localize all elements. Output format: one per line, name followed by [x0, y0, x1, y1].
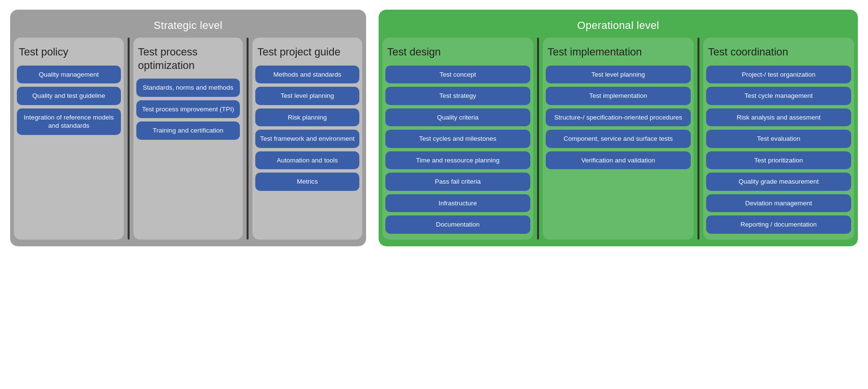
item-card: Quality grade measurement — [706, 173, 851, 191]
operational-header: Operational level — [382, 14, 854, 38]
item-card: Test level planning — [255, 87, 359, 105]
col-title-test-implementation: Test implementation — [546, 42, 691, 66]
level-gap — [370, 10, 375, 246]
strategic-header: Strategic level — [14, 14, 362, 38]
col-title-test-process-optimization: Test process optimization — [136, 42, 240, 79]
items-list-test-process-optimization: Standards, norms and methodsTest process… — [136, 79, 240, 234]
col-test-design: Test designTest conceptTest strategyQual… — [382, 38, 533, 240]
col-title-test-project-guide: Test project guide — [255, 42, 359, 66]
items-list-test-policy: Quality managementQuality and test guide… — [17, 66, 121, 234]
item-card: Quality management — [17, 66, 121, 84]
item-card: Documentation — [385, 215, 530, 234]
item-card: Training and certification — [136, 121, 240, 140]
col-title-test-coordination: Test coordination — [706, 42, 851, 66]
main-wrapper: Strategic level Test policyQuality manag… — [10, 10, 858, 246]
strategic-columns: Test policyQuality managementQuality and… — [14, 38, 362, 240]
strategic-block: Strategic level Test policyQuality manag… — [10, 10, 366, 246]
col-test-policy: Test policyQuality managementQuality and… — [14, 38, 124, 240]
item-card: Verification and validation — [546, 151, 691, 170]
col-title-test-design: Test design — [385, 42, 530, 66]
items-list-test-implementation: Test level planningTest implementationSt… — [546, 66, 691, 234]
item-card: Reporting / documentation — [706, 215, 851, 234]
items-list-test-design: Test conceptTest strategyQuality criteri… — [385, 66, 530, 234]
col-divider — [697, 38, 699, 240]
item-card: Project-/ test organization — [706, 66, 851, 84]
levels-row: Strategic level Test policyQuality manag… — [10, 10, 858, 246]
item-card: Risk analysis and assesment — [706, 108, 851, 127]
item-card: Test cycle management — [706, 87, 851, 105]
item-card: Component, service and surface tests — [546, 130, 691, 148]
item-card: Infrastructure — [385, 194, 530, 213]
item-card: Integration of reference models and stan… — [17, 108, 121, 135]
item-card: Risk planning — [255, 108, 359, 127]
item-card: Test cycles and milestones — [385, 130, 530, 148]
item-card: Test level planning — [546, 66, 691, 84]
item-card: Deviation management — [706, 194, 851, 213]
col-divider — [537, 38, 539, 240]
item-card: Metrics — [255, 173, 359, 191]
col-divider — [128, 38, 130, 240]
item-card: Test concept — [385, 66, 530, 84]
col-title-test-policy: Test policy — [17, 42, 121, 66]
item-card: Test process improvement (TPI) — [136, 100, 240, 119]
item-card: Pass fail criteria — [385, 173, 530, 191]
operational-columns: Test designTest conceptTest strategyQual… — [382, 38, 854, 240]
item-card: Test framework and environment — [255, 130, 359, 148]
col-test-project-guide: Test project guideMethods and standardsT… — [252, 38, 362, 240]
item-card: Test evaluation — [706, 130, 851, 148]
item-card: Quality criteria — [385, 108, 530, 127]
col-test-implementation: Test implementationTest level planningTe… — [543, 38, 694, 240]
col-test-process-optimization: Test process optimizationStandards, norm… — [133, 38, 243, 240]
operational-block: Operational level Test designTest concep… — [379, 10, 858, 246]
item-card: Test implementation — [546, 87, 691, 105]
item-card: Structure-/ specification-oriented proce… — [546, 108, 691, 127]
items-list-test-coordination: Project-/ test organizationTest cycle ma… — [706, 66, 851, 234]
item-card: Test prioritization — [706, 151, 851, 170]
item-card: Test strategy — [385, 87, 530, 105]
item-card: Automation and tools — [255, 151, 359, 170]
item-card: Standards, norms and methods — [136, 79, 240, 97]
items-list-test-project-guide: Methods and standardsTest level planning… — [255, 66, 359, 234]
item-card: Quality and test guideline — [17, 87, 121, 105]
item-card: Methods and standards — [255, 66, 359, 84]
item-card: Time and ressource planning — [385, 151, 530, 170]
col-divider — [247, 38, 249, 240]
col-test-coordination: Test coordinationProject-/ test organiza… — [703, 38, 854, 240]
